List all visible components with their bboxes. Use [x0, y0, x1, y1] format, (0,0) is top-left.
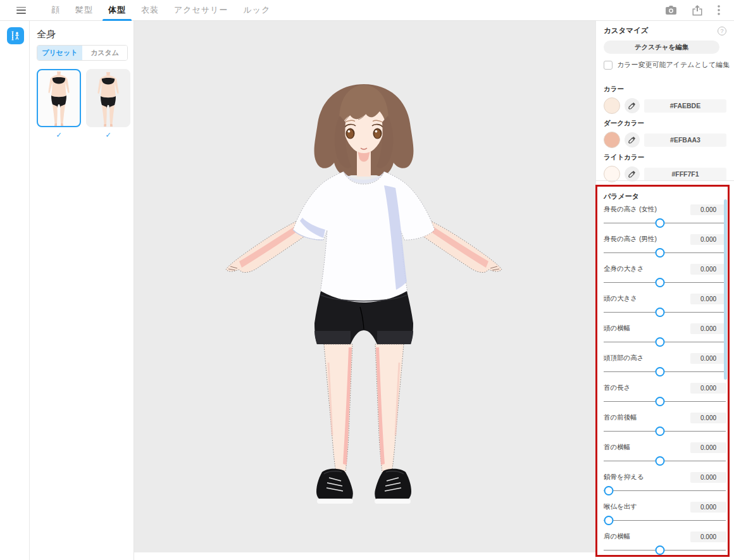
slider-track[interactable]	[604, 218, 726, 228]
panel-title: 全身	[37, 28, 56, 40]
topbar-actions	[665, 4, 720, 16]
edit-texture-button[interactable]: テクスチャを編集	[604, 40, 719, 54]
checkbox[interactable]	[604, 61, 613, 70]
hamburger-menu-icon[interactable]	[16, 7, 26, 14]
color-group: ダークカラー #EFBAA3	[604, 119, 726, 148]
slider-handle[interactable]	[656, 278, 665, 287]
slider-value-field[interactable]: 0.000	[690, 532, 726, 542]
parameter-slider-row: 身長の高さ (男性) 0.000	[596, 233, 734, 263]
parameter-slider-row: 全身の大きさ 0.000	[596, 263, 734, 293]
preset-selected-checkmark: ✓	[37, 131, 81, 139]
parameter-slider-row: 喉仏を出す 0.000	[596, 501, 734, 531]
eyedropper-icon	[628, 170, 636, 178]
color-label: カラー	[604, 85, 726, 94]
slider-track[interactable]	[604, 545, 726, 556]
slider-label: 肩の横幅	[604, 532, 630, 541]
parameter-slider-row: 頭の横幅 0.000	[596, 323, 734, 352]
body-preset-figure	[90, 72, 127, 127]
checkbox-label: カラー変更可能アイテムとして編集	[617, 60, 730, 70]
slider-value-field[interactable]: 0.000	[690, 234, 726, 245]
slider-label: 首の横幅	[604, 443, 630, 452]
color-swatch[interactable]	[604, 132, 620, 148]
slider-track[interactable]	[604, 337, 726, 347]
slider-value-field[interactable]: 0.000	[690, 472, 726, 483]
slider-value-field[interactable]: 0.000	[690, 383, 726, 394]
top-menu-bar: 顔 髪型 体型 衣装 アクセサリー ルック	[0, 0, 734, 21]
preset-custom-segmented-control: プリセット カスタム	[37, 45, 128, 61]
slider-handle[interactable]	[656, 545, 665, 555]
help-icon[interactable]: ?	[718, 27, 726, 35]
model-viewport[interactable]	[134, 21, 595, 552]
slider-value-field[interactable]: 0.000	[690, 264, 726, 275]
slider-track[interactable]	[604, 278, 726, 288]
body-measure-icon	[11, 31, 20, 40]
hex-value-field[interactable]: #EFBAA3	[644, 134, 726, 147]
slider-handle[interactable]	[604, 516, 613, 525]
parameter-slider-row: 首の前後幅 0.000	[596, 412, 734, 442]
shoes	[316, 469, 411, 504]
slider-handle[interactable]	[604, 486, 613, 495]
eyedropper-icon	[628, 102, 636, 109]
panel-scrollbar-thumb[interactable]	[724, 199, 727, 380]
segmented-tab[interactable]: カスタム	[82, 46, 127, 60]
nav-tab[interactable]: 顔	[44, 0, 68, 21]
slider-label: 鎖骨を抑える	[604, 473, 644, 482]
slider-value-field[interactable]: 0.000	[690, 204, 726, 215]
eyedropper-button[interactable]	[625, 98, 640, 113]
body-proportions-tool-button[interactable]	[7, 27, 24, 44]
character-model	[134, 21, 595, 552]
hex-value-field[interactable]: #FFF7F1	[644, 168, 726, 181]
slider-track[interactable]	[604, 486, 726, 496]
slider-handle[interactable]	[656, 426, 665, 436]
body-preset-figure	[40, 72, 77, 126]
slider-track[interactable]	[604, 426, 726, 437]
slider-track[interactable]	[604, 397, 726, 407]
slider-value-field[interactable]: 0.000	[690, 442, 726, 453]
parameter-slider-row: 鎖骨を抑える 0.000	[596, 471, 734, 501]
color-changeable-checkbox-row[interactable]: カラー変更可能アイテムとして編集	[604, 60, 730, 70]
nav-tab[interactable]: アクセサリー	[166, 0, 236, 21]
slider-track[interactable]	[604, 248, 726, 258]
nav-tab[interactable]: 体型	[101, 0, 134, 21]
eyedropper-button[interactable]	[625, 132, 640, 147]
parameters-title: パラメータ	[596, 185, 734, 204]
slider-value-field[interactable]: 0.000	[690, 323, 726, 334]
export-share-icon[interactable]	[692, 4, 702, 16]
slider-handle[interactable]	[656, 397, 665, 406]
slider-value-field[interactable]: 0.000	[690, 413, 726, 423]
slider-label: 頭の大きさ	[604, 294, 637, 303]
color-swatch[interactable]	[604, 97, 620, 114]
slider-value-field[interactable]: 0.000	[690, 294, 726, 304]
camera-icon[interactable]	[665, 5, 677, 15]
body-preset-thumbnail[interactable]	[37, 69, 81, 127]
slider-track[interactable]	[604, 367, 726, 377]
slider-track[interactable]	[604, 516, 726, 526]
slider-track[interactable]	[604, 308, 726, 318]
hex-value-field[interactable]: #FAEBDE	[644, 99, 726, 113]
slider-label: 頭頂部の高さ	[604, 354, 644, 363]
eyedropper-button[interactable]	[625, 166, 640, 182]
preset-item: ✓	[86, 69, 130, 139]
slider-handle[interactable]	[656, 248, 665, 258]
parameter-slider-row: 首の横幅 0.000	[596, 442, 734, 471]
segmented-tab[interactable]: プリセット	[37, 46, 82, 60]
slider-value-field[interactable]: 0.000	[690, 353, 726, 364]
slider-handle[interactable]	[656, 308, 665, 317]
slider-handle[interactable]	[656, 367, 665, 376]
parameter-slider-row: 頭頂部の高さ 0.000	[596, 352, 734, 382]
slider-handle[interactable]	[656, 218, 665, 228]
slider-track[interactable]	[604, 456, 726, 466]
slider-handle[interactable]	[656, 456, 665, 466]
more-kebab-icon[interactable]	[718, 5, 720, 15]
nav-tab[interactable]: 衣装	[134, 0, 166, 21]
nav-tab[interactable]: 髪型	[68, 0, 101, 21]
section-divider	[596, 180, 734, 181]
customize-inspector: カスタマイズ ? テクスチャを編集 カラー変更可能アイテムとして編集 カラー #	[595, 21, 734, 560]
body-preset-thumbnail[interactable]	[86, 69, 130, 127]
parameters-section: パラメータ 身長の高さ (女性) 0.000 身長の高さ (男性) 0.000	[596, 185, 734, 560]
slider-handle[interactable]	[656, 337, 665, 347]
parameter-slider-row: 身長の高さ (女性) 0.000	[596, 204, 734, 233]
slider-value-field[interactable]: 0.000	[690, 502, 726, 513]
slider-label: 頭の横幅	[604, 324, 630, 333]
nav-tab[interactable]: ルック	[236, 0, 278, 21]
